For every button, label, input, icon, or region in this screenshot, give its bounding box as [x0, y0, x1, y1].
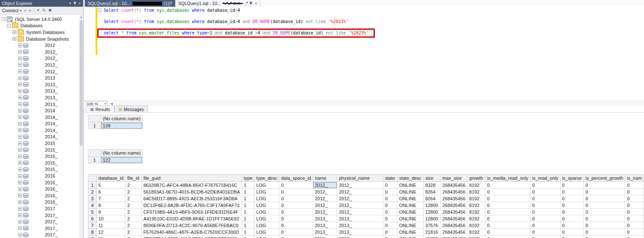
tree-item-sql-server-14-0-3460[interactable]: -(SQL Server 14.0.3460 — [0, 16, 79, 23]
tree-item-2016[interactable]: +2016_ — [0, 186, 79, 192]
expand-icon[interactable]: + — [18, 89, 22, 93]
grid-cell[interactable]: 268435456 — [441, 222, 467, 229]
tree-item-2014[interactable]: +2014 — [0, 107, 79, 114]
expand-icon[interactable]: + — [18, 226, 22, 230]
grid-cell[interactable]: 8192 — [467, 202, 486, 209]
expand-icon[interactable]: + — [18, 135, 22, 139]
tree-item-2017[interactable]: +2017_ — [0, 218, 79, 225]
stop-icon[interactable]: ■ — [29, 8, 31, 13]
grid-cell[interactable]: 0 — [383, 215, 397, 222]
grid-cell[interactable]: 0 — [584, 222, 625, 229]
grid-cell[interactable]: 268435456 — [441, 189, 467, 195]
grid-cell[interactable]: 9 — [96, 209, 125, 215]
grid-cell[interactable]: 8192 — [467, 195, 486, 202]
grid-cell[interactable]: 0 — [279, 222, 313, 229]
expand-icon[interactable]: + — [18, 174, 22, 178]
pin-icon[interactable] — [249, 1, 252, 6]
grid-cell[interactable]: LOG — [254, 235, 279, 238]
tree-item-2017[interactable]: +2017_ — [0, 212, 79, 219]
grid-cell[interactable]: 1 — [242, 182, 254, 189]
expand-icon[interactable]: + — [18, 70, 22, 73]
grid-cell[interactable]: 8936E0FA-D713-4C2C-9079-A568E7FEBAC0 — [141, 222, 242, 229]
grid-cell[interactable]: 2 — [125, 189, 141, 195]
grid-column-header[interactable]: database_id — [96, 175, 125, 182]
tree-item-2016[interactable]: +2016 — [0, 173, 79, 179]
grid-cell[interactable]: 0 — [584, 195, 625, 202]
grid-cell[interactable]: 0 — [530, 209, 560, 215]
grid-cell[interactable]: 268435456 — [441, 229, 467, 235]
tree-item-2014[interactable]: +2014_ — [0, 121, 79, 127]
grid-cell[interactable]: F5762940-4B6C-487F-A2EB-C75D0CCF300D — [141, 229, 242, 235]
expand-icon[interactable]: + — [18, 128, 22, 132]
grid-cell[interactable]: 0 — [625, 235, 644, 238]
expand-icon[interactable]: + — [18, 155, 22, 158]
grid-cell[interactable]: 0 — [383, 222, 397, 229]
grid-column-header[interactable]: (No column name) — [101, 115, 143, 122]
grid-cell[interactable]: 2013_ — [313, 235, 337, 238]
grid-cell[interactable]: 86329B7C-AFC4-48BA-B547-F767571B416C — [141, 182, 242, 189]
expand-icon[interactable]: + — [18, 83, 22, 86]
grid-cell[interactable]: 8192 — [467, 209, 486, 215]
grid-cell[interactable]: 0 — [279, 189, 313, 195]
grid-cell[interactable]: LOG — [254, 189, 279, 195]
grid-column-header[interactable]: state — [383, 175, 397, 182]
grid-cell[interactable]: 2 — [125, 215, 141, 222]
grid-cell[interactable]: 0 — [530, 229, 560, 235]
expand-icon[interactable]: + — [18, 57, 22, 60]
grid-cell[interactable]: 0 — [530, 235, 560, 238]
grid-row-number[interactable]: 3 — [88, 195, 97, 202]
grid-cell[interactable]: 0 — [279, 209, 313, 215]
expand-icon[interactable]: + — [18, 181, 22, 184]
grid-column-header[interactable]: is_sparse — [560, 175, 584, 182]
grid-cell[interactable]: 0 — [625, 222, 644, 229]
grid-column-header[interactable]: growth — [467, 175, 486, 182]
grid-cell[interactable]: 268435456 — [441, 235, 467, 238]
tree-item-2012[interactable]: +2012 — [0, 42, 79, 49]
expand-icon[interactable]: + — [18, 233, 22, 237]
grid-cell[interactable]: LOG — [254, 222, 279, 229]
grid-corner[interactable] — [88, 175, 97, 182]
disconnect-icon[interactable]: ⌁ — [24, 8, 26, 13]
grid-column-header[interactable]: file_id — [125, 175, 141, 182]
code-line[interactable] — [104, 24, 644, 30]
grid-cell[interactable]: 0 — [560, 202, 584, 209]
tree-item-2015[interactable]: +2015_ — [0, 153, 79, 160]
grid-cell[interactable]: 5 — [96, 182, 125, 189]
code-line[interactable]: select * from sys.master_files where typ… — [104, 30, 644, 36]
object-explorer-titlebar[interactable]: Object Explorer ▾ × — [0, 0, 83, 7]
grid-column-header[interactable]: state_desc — [397, 175, 423, 182]
grid-column-header[interactable]: is_nam — [625, 175, 644, 182]
grid-cell[interactable]: 8264 — [423, 189, 441, 195]
grid-cell[interactable]: 2012_ — [313, 182, 337, 189]
grid-cell[interactable]: 0 — [383, 189, 397, 195]
sql-editor[interactable]: - Select count(*) from sys.databases whe… — [85, 7, 644, 101]
tree-item-2015[interactable]: +2015 — [0, 140, 79, 147]
grid-cell[interactable]: 0 — [584, 229, 625, 235]
grid-cell[interactable]: 561893A1-0E7D-4016-BCDB-62DEB401EDBA — [141, 189, 242, 195]
grid-cell[interactable]: 1 — [242, 215, 254, 222]
grid-cell[interactable]: LOG — [254, 202, 279, 209]
grid-cell[interactable]: 0 — [485, 182, 530, 189]
grid-cell[interactable]: 2 — [125, 195, 141, 202]
grid-cell[interactable]: 37576 — [423, 222, 441, 229]
grid-cell[interactable]: 8192 — [467, 182, 486, 189]
expand-icon[interactable]: + — [13, 30, 16, 34]
code-line[interactable]: Select count(*) from sys.databases where… — [104, 19, 644, 24]
grid-cell[interactable]: 2012_ — [337, 189, 383, 195]
expand-icon[interactable]: + — [18, 122, 22, 126]
grid-cell[interactable]: 2013_ — [337, 229, 383, 235]
grid-cell[interactable]: 0 — [383, 195, 397, 202]
grid-cell[interactable]: 268435456 — [441, 215, 467, 222]
grid-cell[interactable]: 12 — [96, 229, 125, 235]
grid-row-number[interactable]: 7 — [88, 222, 97, 229]
grid-cell[interactable]: 1 — [242, 195, 254, 202]
grid-cell[interactable]: 0 — [383, 235, 397, 238]
grid-cell[interactable]: 1 — [242, 229, 254, 235]
grid-cell[interactable]: 2 — [125, 182, 141, 189]
grid-cell[interactable]: ONLINE — [397, 229, 423, 235]
expand-icon[interactable]: + — [18, 76, 22, 80]
tab-sqlquery1[interactable]: SQLQuery1.sql - 10... ,* × — [175, 0, 260, 7]
tree-item-2015[interactable]: +2015_ — [0, 166, 79, 173]
grid-cell[interactable]: 0 — [485, 195, 530, 202]
grid-column-header[interactable]: type_desc — [254, 175, 279, 182]
